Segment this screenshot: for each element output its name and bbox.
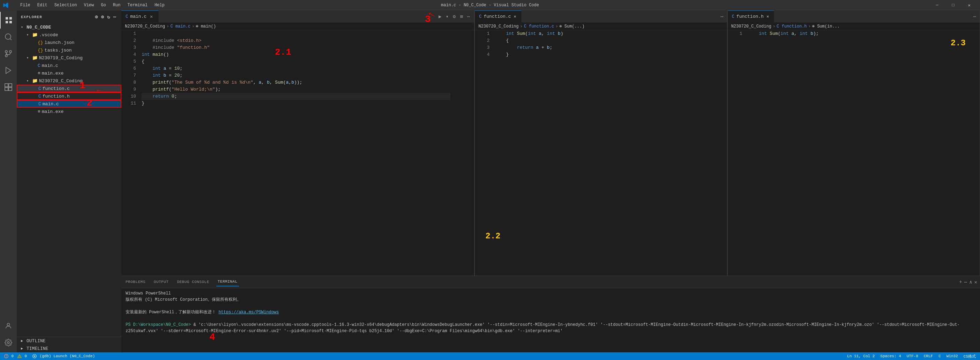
status-cs-format[interactable]: CS格式 (962, 354, 977, 359)
function-h-label: function.h (43, 94, 70, 99)
status-encoding[interactable]: UTF-8 (905, 354, 920, 358)
status-eol[interactable]: CRLF (923, 354, 934, 358)
activity-explorer-icon[interactable] (0, 12, 17, 29)
menu-run[interactable]: Run (110, 2, 124, 8)
code-content-1[interactable]: #include <stdio.h> #include "function.h"… (139, 30, 453, 276)
more-icon-3[interactable]: ⋯ (972, 12, 978, 21)
menu-go[interactable]: Go (98, 2, 108, 8)
tab-function-h[interactable]: C function.h ✕ (728, 11, 774, 23)
tab-bar-3: C function.h ✕ ⋯ (728, 11, 980, 23)
tree-n230719-main-exe[interactable]: ≡ main.exe (17, 69, 121, 77)
maximize-button[interactable]: □ (945, 0, 961, 11)
terminal-content[interactable]: Windows PowerShell 版权所有 (C) Microsoft Co… (121, 288, 980, 352)
terminal-tab-problems[interactable]: PROBLEMS (124, 278, 147, 286)
main-layout: EXPLORER ⊕ ⊕ ↻ ⋯ ▾ N0_C_CODE ▾ 📁 .vscode (0, 11, 980, 352)
refresh-icon[interactable]: ↻ (107, 13, 111, 21)
menu-bar[interactable]: File Edit Selection View Go Run Terminal… (18, 2, 167, 8)
tab-main-c[interactable]: C main.c ✕ (121, 11, 159, 23)
menu-help[interactable]: Help (152, 2, 167, 8)
close-button[interactable]: ✕ (961, 0, 977, 11)
timeline-section[interactable]: ▶ TIMELINE (17, 345, 121, 352)
menu-edit[interactable]: Edit (35, 2, 50, 8)
window-title: main.c - N0_C_Code - Visual Studio Code (441, 3, 539, 8)
activity-settings-icon[interactable] (0, 334, 17, 351)
launch-json-label: launch.json (45, 40, 75, 45)
svg-point-3 (5, 51, 7, 52)
tree-function-c[interactable]: C function.c (17, 85, 121, 92)
terminal-tab-terminal[interactable]: TERMINAL (216, 278, 239, 287)
tree-n230720-main-c[interactable]: C main.c (17, 100, 121, 108)
code-content-2[interactable]: int Sum(int a, int b) { return a + b; } (492, 30, 727, 276)
new-folder-icon[interactable]: ⊕ (100, 13, 105, 21)
tree-tasks-json[interactable]: {} tasks.json (17, 46, 121, 54)
status-debug-info[interactable]: (gdb) Launch (N0_C_Code) (31, 354, 96, 358)
activity-extensions-icon[interactable] (0, 79, 17, 95)
menu-view[interactable]: View (81, 2, 97, 8)
split-icon[interactable]: ⊞ (458, 12, 464, 21)
menu-terminal[interactable]: Terminal (124, 2, 150, 8)
n230719-main-exe-label: main.exe (42, 71, 64, 76)
pane-tab-actions-3[interactable]: ⋯ (972, 12, 980, 21)
tab-function-c[interactable]: C function.c ✕ (475, 11, 521, 23)
svg-rect-9 (9, 87, 12, 90)
tree-launch-json[interactable]: {} launch.json (17, 39, 121, 46)
pane-tab-actions-2[interactable]: ⋯ (719, 12, 727, 21)
svg-marker-5 (6, 67, 11, 73)
tab-close-2[interactable]: ✕ (513, 14, 517, 19)
terminal-url[interactable]: https://aka.ms/PSWindows (218, 310, 279, 315)
code-content-3[interactable]: int Sum(int a, int b); (745, 30, 980, 276)
tab-close-3[interactable]: ✕ (766, 14, 770, 19)
minimize-button[interactable]: ─ (929, 0, 945, 11)
outline-section[interactable]: ▶ OUTLINE (17, 337, 121, 345)
menu-file[interactable]: File (18, 2, 33, 8)
window-controls[interactable]: ─ □ ✕ (929, 0, 977, 11)
tab-function-h-label: function.h (737, 14, 764, 19)
activity-search-icon[interactable] (0, 29, 17, 45)
tab-close-icon[interactable]: ✕ (149, 14, 154, 19)
terminal-more-icon[interactable]: ⋯ (964, 279, 967, 285)
svg-point-4 (10, 51, 11, 52)
tab-actions-1[interactable]: ▶ ▾ ⚙ ⊞ ⋯ (437, 12, 474, 21)
activity-source-control-icon[interactable] (0, 45, 17, 62)
terminal-tab-debug-console[interactable]: DEBUG CONSOLE (175, 278, 210, 286)
status-ln-col[interactable]: Ln 11, Col 2 (846, 354, 876, 358)
line-numbers-1: 12345 67891011 (121, 30, 139, 276)
code-line-6: int a = 10; (142, 65, 450, 72)
code-line-p2-1: int Sum(int a, int b) (495, 30, 724, 37)
collapse-icon[interactable]: ⋯ (113, 13, 117, 21)
tree-function-h[interactable]: C function.h (17, 92, 121, 100)
activity-account-icon[interactable] (0, 317, 17, 334)
status-platform[interactable]: Win32 (945, 354, 959, 358)
gear-icon[interactable]: ⚙ (452, 12, 457, 21)
terminal-tab-actions[interactable]: + ⋯ ∧ ✕ (959, 279, 977, 285)
terminal-close-icon[interactable]: ✕ (974, 279, 977, 285)
status-errors[interactable]: 0 0 (3, 354, 28, 358)
code-area-3: 1 int Sum(int a, int b); (728, 30, 980, 276)
tab-bar-2: C function.c ✕ ⋯ (475, 11, 727, 23)
new-file-icon[interactable]: ⊕ (94, 13, 99, 21)
tree-n230720-main-exe[interactable]: ≡ main.exe (17, 108, 121, 115)
add-terminal-icon[interactable]: + (959, 279, 962, 285)
tree-vscode-folder[interactable]: ▾ 📁 .vscode (17, 31, 121, 39)
tree-root[interactable]: ▾ N0_C_CODE (17, 23, 121, 31)
run-icon[interactable]: ▶ (437, 12, 443, 21)
tree-n230719-folder[interactable]: ▾ 📁 N230719_C_Coding (17, 54, 121, 62)
more-icon[interactable]: ⋯ (466, 12, 471, 21)
code-line-3: #include "function.h" (142, 44, 450, 51)
status-language[interactable]: C (937, 354, 942, 358)
more-icon-2[interactable]: ⋯ (719, 12, 725, 21)
title-bar-left: File Edit Selection View Go Run Terminal… (3, 2, 167, 8)
svg-rect-6 (5, 84, 8, 87)
terminal-tab-output[interactable]: OUTPUT (153, 278, 170, 286)
sidebar-header-icons[interactable]: ⊕ ⊕ ↻ ⋯ (94, 13, 117, 21)
activity-run-debug-icon[interactable] (0, 62, 17, 79)
n230720-main-exe-label: main.exe (42, 109, 64, 114)
status-spaces[interactable]: Spaces: 4 (879, 354, 902, 358)
code-line-p2-2: { (495, 37, 724, 44)
tree-n230720-folder[interactable]: ▾ 📁 N230720_C_Coding (17, 77, 121, 85)
terminal-maximize-icon[interactable]: ∧ (969, 279, 972, 285)
tree-n230719-main-c[interactable]: C main.c (17, 62, 121, 69)
debug-run-icon[interactable]: ▾ (444, 12, 450, 21)
status-errors-text: 0 (11, 354, 14, 358)
menu-selection[interactable]: Selection (52, 2, 80, 8)
